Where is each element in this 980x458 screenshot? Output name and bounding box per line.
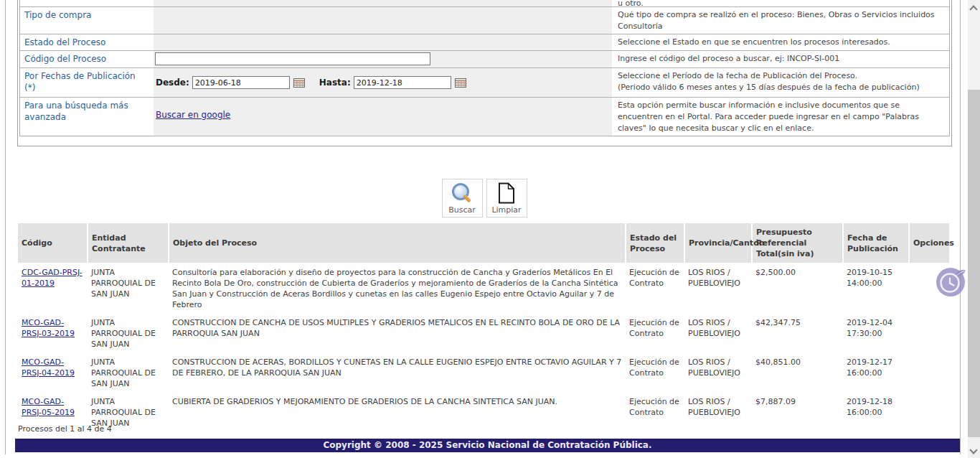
form-row-fechas: Por Fechas de Publicación (*) Desde: xyxy=(20,68,949,98)
form-input-cell-codigo-proceso xyxy=(154,51,612,67)
desde-label: Desde: xyxy=(156,78,189,88)
form-label-cell xyxy=(20,0,154,6)
table-row: CDC-GAD-PRSJ-01-2019 JUNTA PARROQUIAL DE… xyxy=(18,263,949,313)
cell-entidad: JUNTA PARROQUIAL DE SAN JUAN xyxy=(88,352,169,392)
process-code-input[interactable] xyxy=(155,52,430,65)
header-estado: Estado del Proceso xyxy=(626,223,684,263)
form-label-fechas: Por Fechas de Publicación (*) xyxy=(20,68,154,97)
cell-fecha: 2019-12-18 16:00:00 xyxy=(843,392,909,431)
form-row-estado-proceso: Estado del Proceso Seleccione el Estado … xyxy=(20,34,949,51)
cell-presupuesto: $2,500.00 xyxy=(752,263,843,313)
form-row-busqueda-avanzada: Para una búsqueda más avanzada Buscar en… xyxy=(20,98,949,136)
cell-estado: Ejecución de Contrato xyxy=(626,263,684,313)
header-provincia: Provincia/Cantón xyxy=(684,223,752,263)
form-desc-tipo-compra: Qué tipo de compra se realizó en el proc… xyxy=(612,7,949,34)
form-desc-fechas-line1: Seleccione el Período de la fecha de Pub… xyxy=(618,70,943,82)
cell-estado: Ejecución de Contrato xyxy=(626,392,684,431)
cell-objeto: CONSTRUCCION DE ACERAS, BORDILLOS Y CUNE… xyxy=(169,352,626,392)
scrollbar-thumb[interactable] xyxy=(968,90,980,437)
hasta-calendar-icon[interactable] xyxy=(455,78,466,88)
buscar-button[interactable]: Buscar xyxy=(442,179,483,218)
content-left-border xyxy=(5,0,6,454)
form-desc-estado-proceso: Seleccione el Estado en que se encuentre… xyxy=(612,34,949,50)
form-label-busqueda-avanzada: Para una búsqueda más avanzada xyxy=(20,98,154,136)
header-objeto: Objeto del Proceso xyxy=(169,223,626,263)
process-link[interactable]: MCO-GAD-PRSJ-05-2019 xyxy=(22,397,75,417)
cell-entidad: JUNTA PARROQUIAL DE SAN JUAN xyxy=(88,263,169,313)
process-link[interactable]: MCO-GAD-PRSJ-04-2019 xyxy=(22,357,75,378)
cell-entidad: JUNTA PARROQUIAL DE SAN JUAN xyxy=(88,313,169,352)
hasta-date-input[interactable] xyxy=(354,76,451,89)
search-icon xyxy=(451,182,473,204)
table-row: MCO-GAD-PRSJ-03-2019 JUNTA PARROQUIAL DE… xyxy=(18,313,949,352)
limpiar-button-label: Limpiar xyxy=(491,205,521,215)
cell-objeto: Consultoría para elaboración y diseño de… xyxy=(169,263,626,313)
form-label-fechas-text: Por Fechas de Publicación xyxy=(24,71,136,81)
date-range-bar: Desde: xyxy=(154,68,612,97)
google-search-link[interactable]: Buscar en google xyxy=(156,110,230,120)
form-input-cell-busqueda-avanzada: Buscar en google xyxy=(154,98,612,136)
form-desc-partial: u otro. xyxy=(612,0,949,6)
cell-objeto: CUBIERTA DE GRADERIOS Y MEJORAMIENTO DE … xyxy=(169,392,626,431)
results-table: Código Entidad Contratante Objeto del Pr… xyxy=(18,223,949,431)
form-row-partial: u otro. xyxy=(20,0,949,7)
cell-provincia: LOS RIOS / PUEBLOVIEJO xyxy=(684,263,752,313)
cell-estado: Ejecución de Contrato xyxy=(626,352,684,392)
form-input-cell xyxy=(154,0,612,6)
search-form-panel: u otro. Tipo de compra Qué tipo de compr… xyxy=(17,0,952,146)
header-entidad: Entidad Contratante xyxy=(88,223,169,263)
header-codigo: Código xyxy=(18,223,88,263)
cell-codigo: MCO-GAD-PRSJ-04-2019 xyxy=(18,352,88,392)
form-input-cell-tipo-compra xyxy=(154,7,612,34)
scroll-down-icon[interactable] xyxy=(971,447,976,453)
session-timer-widget[interactable] xyxy=(936,266,969,299)
cell-provincia: LOS RIOS / PUEBLOVIEJO xyxy=(684,313,752,352)
form-row-codigo-proceso: Código del Proceso Ingrese el código del… xyxy=(20,51,949,68)
cell-objeto: CONSTRUCCION DE CANCHA DE USOS MULTIPLES… xyxy=(169,313,626,352)
form-input-cell-estado-proceso xyxy=(154,34,612,50)
action-buttons: Buscar Limpiar xyxy=(0,179,969,218)
cell-presupuesto: $42,347.75 xyxy=(752,313,843,352)
limpiar-button[interactable]: Limpiar xyxy=(486,179,527,218)
form-label-codigo-proceso: Código del Proceso xyxy=(20,51,154,67)
cell-opciones xyxy=(909,313,949,352)
cell-fecha: 2019-12-17 16:00:00 xyxy=(843,352,909,392)
desde-date-input[interactable] xyxy=(192,76,290,89)
cell-provincia: LOS RIOS / PUEBLOVIEJO xyxy=(684,392,752,431)
vertical-scrollbar[interactable] xyxy=(968,0,980,458)
cell-estado: Ejecución de Contrato xyxy=(626,313,684,352)
process-link[interactable]: MCO-GAD-PRSJ-03-2019 xyxy=(22,318,75,338)
cell-provincia: LOS RIOS / PUEBLOVIEJO xyxy=(684,352,752,392)
form-label-fechas-suffix: (*) xyxy=(24,83,35,93)
footer-copyright: Copyright © 2008 - 2025 Servicio Naciona… xyxy=(15,439,960,452)
form-desc-fechas-line2: (Periodo válido 6 meses antes y 15 días … xyxy=(618,82,943,93)
header-opciones: Opciones xyxy=(909,223,949,263)
table-row: MCO-GAD-PRSJ-04-2019 JUNTA PARROQUIAL DE… xyxy=(18,352,949,392)
form-label-tipo-compra: Tipo de compra xyxy=(20,7,154,34)
table-row: MCO-GAD-PRSJ-05-2019 JUNTA PARROQUIAL DE… xyxy=(18,392,949,431)
cell-fecha: 2019-10-15 14:00:00 xyxy=(843,263,909,313)
form-desc-busqueda-avanzada: Esta opción permite buscar información e… xyxy=(612,98,949,136)
header-presupuesto: Presupuesto Referencial Total(sin iva) xyxy=(752,223,843,263)
form-row-tipo-compra: Tipo de compra Qué tipo de compra se rea… xyxy=(20,7,949,34)
cell-opciones xyxy=(909,352,949,392)
buscar-button-label: Buscar xyxy=(448,205,476,215)
cell-codigo: CDC-GAD-PRSJ-01-2019 xyxy=(18,263,88,313)
results-summary: Procesos del 1 al 4 de 4 xyxy=(18,424,112,434)
blank-document-icon xyxy=(496,182,517,204)
scroll-up-icon[interactable] xyxy=(971,5,976,11)
cell-presupuesto: $7,887.09 xyxy=(752,392,843,431)
cell-opciones xyxy=(909,392,949,431)
cell-fecha: 2019-12-04 17:30:00 xyxy=(843,313,909,352)
form-input-cell-fechas: Desde: xyxy=(154,68,612,97)
clock-leaf-icon xyxy=(936,266,969,299)
content-right-border xyxy=(960,0,961,454)
form-desc-codigo-proceso: Ingrese el código del proceso a buscar, … xyxy=(612,51,949,67)
procurement-search-page: u otro. Tipo de compra Qué tipo de compr… xyxy=(0,0,980,458)
cell-codigo: MCO-GAD-PRSJ-03-2019 xyxy=(18,313,88,352)
process-link[interactable]: CDC-GAD-PRSJ-01-2019 xyxy=(22,268,83,288)
form-desc-fechas: Seleccione el Período de la fecha de Pub… xyxy=(612,68,949,97)
search-form-table: u otro. Tipo de compra Qué tipo de compr… xyxy=(19,0,950,136)
desde-calendar-icon[interactable] xyxy=(293,78,305,88)
form-label-estado-proceso: Estado del Proceso xyxy=(20,34,154,50)
